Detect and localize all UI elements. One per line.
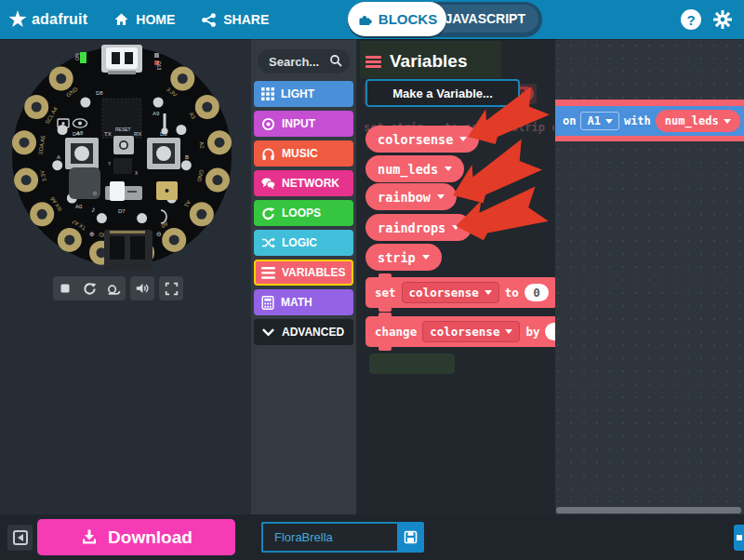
home-label: HOME <box>136 12 175 27</box>
category-music[interactable]: MUSIC <box>254 140 353 167</box>
category-loops[interactable]: LOOPS <box>254 200 353 226</box>
value-input[interactable]: 0 <box>525 284 549 301</box>
pin-dropdown[interactable]: A1 <box>580 112 618 130</box>
variable-dropdown[interactable]: colorsense <box>422 321 520 342</box>
variable-pill-raindrops[interactable]: raindrops <box>365 214 472 241</box>
category-logic[interactable]: LOGIC <box>254 230 353 256</box>
project-name-input[interactable] <box>261 522 397 553</box>
share-icon <box>201 12 217 28</box>
pin-value: A1 <box>587 114 600 127</box>
block-keyword: on <box>563 114 576 127</box>
shuffle-icon <box>261 236 275 249</box>
collapse-left-icon <box>13 530 28 545</box>
category-label: LOGIC <box>282 236 317 249</box>
set-variable-block[interactable]: set colorsense to 0 <box>365 277 555 308</box>
category-variables[interactable]: VARIABLES <box>254 260 353 286</box>
variable-name: strip <box>378 250 416 265</box>
variable-pill-strip[interactable]: strip <box>365 244 442 271</box>
calculator-icon <box>261 296 274 310</box>
makecode-editor: adafruit HOME SHARE {} JAVASCRIPT <box>0 0 744 560</box>
variable-name: colorsense <box>409 286 479 300</box>
download-button[interactable]: Download <box>37 519 235 555</box>
button-a[interactable] <box>65 138 99 169</box>
variable-name: raindrops <box>378 220 445 235</box>
share-button[interactable]: SHARE <box>201 12 269 28</box>
simulator-controls <box>53 276 183 300</box>
variable-pill-rainbow[interactable]: rainbow <box>365 183 457 210</box>
logo-text: adafruit <box>32 11 87 28</box>
variables-icon <box>365 56 381 68</box>
adafruit-logo[interactable]: adafruit <box>7 9 87 30</box>
collapse-simulator-button[interactable] <box>7 525 33 551</box>
restart-button[interactable] <box>77 276 101 300</box>
search-input[interactable] <box>258 49 350 73</box>
value-input[interactable]: 1 <box>545 323 555 340</box>
category-network[interactable]: NETWORK <box>254 170 353 196</box>
category-label: NETWORK <box>282 177 339 190</box>
chevron-down-icon <box>422 255 430 260</box>
blocks-label: BLOCKS <box>379 11 437 27</box>
bottom-right-edge-button[interactable] <box>734 525 744 551</box>
category-advanced[interactable]: ADVANCED <box>254 319 353 345</box>
chevron-down-icon <box>505 329 512 334</box>
chevron-down-icon <box>459 137 467 141</box>
chevron-down-icon <box>605 119 613 124</box>
board-label: A <box>57 154 60 160</box>
question-icon: ? <box>686 12 695 28</box>
download-label: Download <box>108 527 193 548</box>
variable-dropdown[interactable]: colorsense <box>402 282 499 303</box>
horizontal-scrollbar[interactable] <box>556 507 741 513</box>
category-input[interactable]: INPUT <box>254 111 353 137</box>
board-label: A0 <box>75 204 83 209</box>
category-label: LIGHT <box>281 87 314 100</box>
make-variable-button[interactable]: Make a Variable... <box>365 79 520 107</box>
chevron-down-icon <box>724 119 731 124</box>
blocks-workspace[interactable]: on A1 with num_leds pix 160 <box>356 39 744 514</box>
variable-name: num_leds <box>665 114 719 127</box>
help-button[interactable]: ? <box>681 9 701 30</box>
save-button[interactable] <box>397 522 424 553</box>
board-label: ⊖ <box>156 231 162 237</box>
home-button[interactable]: HOME <box>113 12 175 27</box>
button-b[interactable] <box>147 138 180 169</box>
editor-toggle: {} JAVASCRIPT BLOCKS <box>348 2 542 37</box>
flyout-title: Variables <box>365 51 467 72</box>
javascript-label: JAVASCRIPT <box>445 11 525 26</box>
stop-button[interactable] <box>53 276 77 300</box>
change-variable-block[interactable]: change colorsense by 1 <box>365 316 555 347</box>
simulator-panel: 3.3V A3 A2 GND A1 A0 VOUT GND SCL A4 SDA… <box>0 39 251 514</box>
accelerometer <box>113 158 132 174</box>
create-strip-block[interactable]: on A1 with num_leds pix <box>555 100 744 180</box>
settings-button[interactable] <box>711 7 735 32</box>
audio-button[interactable] <box>130 276 154 300</box>
variables-flyout: 160 set strip ▾ to create strip o Variab… <box>356 39 555 514</box>
reset-button[interactable] <box>113 136 134 154</box>
variable-name: colorsense <box>430 325 499 339</box>
floppy-save-icon <box>404 530 418 544</box>
category-label: VARIABLES <box>282 266 345 279</box>
headphones-icon <box>261 147 275 161</box>
slow-mo-button[interactable] <box>101 276 126 300</box>
ghost-block <box>369 353 455 374</box>
fullscreen-button[interactable] <box>159 276 183 300</box>
block-keyword: by <box>525 325 539 339</box>
tab-blocks[interactable]: BLOCKS <box>348 2 446 36</box>
block-keyword: with <box>624 114 651 127</box>
variable-name: colorsense <box>378 132 453 147</box>
category-label: INPUT <box>282 117 315 130</box>
category-light[interactable]: LIGHT <box>254 81 353 107</box>
variable-pill-num-leds[interactable]: num_leds <box>656 110 740 132</box>
loop-icon <box>261 207 275 220</box>
variable-pill-colorsense[interactable]: colorsense <box>365 126 479 153</box>
board-label: ⊕ <box>89 231 95 237</box>
variable-pill-num-leds[interactable]: num_leds <box>365 155 464 182</box>
board-label: D7 <box>118 208 126 214</box>
chevron-down-icon <box>452 225 459 230</box>
speaker-icon <box>135 281 150 296</box>
restart-icon <box>83 282 97 296</box>
chevron-down-icon <box>437 194 445 199</box>
partial-glyph-icon <box>737 535 742 540</box>
category-label: LOOPS <box>282 207 321 220</box>
category-label: ADVANCED <box>282 326 344 339</box>
category-math[interactable]: MATH <box>254 289 353 315</box>
